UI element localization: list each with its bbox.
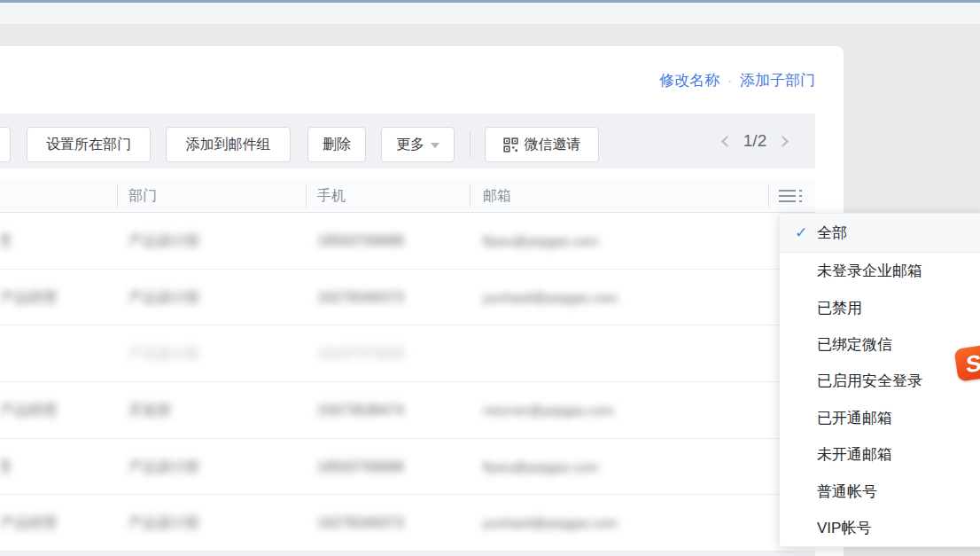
member-department-cell: 产品设计部: [128, 325, 306, 381]
checkmark-icon: ✓: [795, 223, 807, 242]
member-email-cell: yunhaoli@yepgas.com: [483, 270, 784, 325]
member-email-cell: flywu@yepgas.com: [483, 213, 784, 269]
member-name-cell: [0, 325, 120, 381]
member-department-cell: 产品设计部: [128, 495, 306, 551]
filter-menu-item-label: 已禁用: [817, 298, 862, 318]
member-mobile-cell: 16167373629: [317, 325, 477, 381]
member-name-cell: 产品经理: [0, 270, 120, 325]
prev-page-icon[interactable]: [721, 136, 733, 147]
filter-menu-item[interactable]: ✓ 未登录企业邮箱: [780, 253, 980, 289]
member-email-cell: mturner@yepgas.com: [483, 382, 784, 438]
column-divider: [117, 184, 118, 208]
members-table-body: 产品经理 产品设计部 18563769688 flywu@yepgas.com …: [0, 213, 815, 552]
member-department-cell: 产品设计部: [128, 270, 306, 325]
member-name-cell: 产品经理: [0, 382, 120, 438]
filter-menu-item-label: 已开通邮箱: [817, 408, 892, 428]
column-header-department: 部门: [128, 179, 157, 213]
filter-menu-item-label: 未登录企业邮箱: [817, 261, 922, 281]
column-divider: [306, 184, 307, 208]
member-name-cell: 产品经理: [0, 213, 120, 269]
member-name-cell: 产品经理: [0, 495, 120, 551]
chevron-down-icon: [431, 143, 439, 148]
table-row[interactable]: 产品经理 产品设计部 16278349373 yunhaoli@yepgas.c…: [0, 270, 815, 326]
page-indicator: 1/2: [743, 131, 766, 151]
delete-button[interactable]: 删除: [307, 127, 366, 162]
table-row[interactable]: 产品设计部 16167373629: [0, 325, 815, 382]
table-row[interactable]: 产品经理 开发部 15673638474 mturner@yepgas.com: [0, 382, 815, 439]
dot-separator: ·: [727, 73, 732, 88]
wechat-invite-button[interactable]: 微信邀请: [485, 127, 599, 162]
toolbar-divider: [470, 131, 471, 158]
toolbar-button-clipped[interactable]: [0, 127, 11, 162]
member-mobile-cell: 16278349373: [317, 270, 477, 325]
member-email-cell: [483, 325, 784, 381]
sogou-s-letter: S: [966, 350, 980, 375]
member-mobile-cell: 18563769688: [317, 439, 477, 495]
column-header-email: 邮箱: [483, 179, 511, 213]
set-department-button[interactable]: 设置所在部门: [27, 127, 151, 162]
filter-menu-item-label: 已绑定微信: [817, 334, 892, 355]
qr-code-icon: [503, 137, 518, 153]
members-toolbar: 设置所在部门 添加到邮件组 删除 更多: [0, 114, 815, 168]
filter-menu-item-label: VIP帐号: [817, 518, 871, 538]
add-to-mail-group-button[interactable]: 添加到邮件组: [166, 127, 291, 162]
more-button[interactable]: 更多: [381, 127, 455, 162]
member-email-cell: flywu@yepgas.com: [483, 439, 784, 495]
filter-menu-item[interactable]: ✓ 已禁用: [780, 289, 980, 325]
members-panel: 修改名称 · 添加子部门 设置所在部门 添加到邮件组 删除 更多: [0, 46, 844, 556]
add-sub-department-link[interactable]: 添加子部门: [740, 70, 815, 90]
filter-menu-item[interactable]: ✓ 已启用安全登录: [780, 363, 980, 399]
filter-menu-item[interactable]: ✓ 已开通邮箱: [780, 400, 980, 436]
filter-menu-item-label: 普通帐号: [817, 482, 877, 502]
member-name-cell: 产品经理: [0, 439, 120, 495]
wechat-invite-label: 微信邀请: [525, 136, 581, 154]
filter-menu-item[interactable]: ✓ 已绑定微信: [780, 326, 980, 363]
sogou-input-badge[interactable]: S: [954, 344, 980, 381]
member-department-cell: 开发部: [128, 382, 306, 438]
column-divider: [470, 184, 471, 208]
members-table-header: 部门 手机 邮箱: [0, 179, 815, 213]
next-page-icon[interactable]: [777, 136, 789, 147]
member-department-cell: 产品设计部: [128, 439, 306, 495]
filter-menu-item[interactable]: ✓ 全部: [780, 214, 980, 253]
filter-menu-item-label: 全部: [817, 223, 847, 243]
filter-menu-item-label: 已启用安全登录: [817, 371, 922, 391]
browser-chrome-strip: [0, 3, 980, 24]
filter-menu-item[interactable]: ✓ 未开通邮箱: [780, 436, 980, 473]
more-button-label: 更多: [396, 136, 424, 154]
member-department-cell: 产品设计部: [128, 213, 306, 269]
member-mobile-cell: 15673638474: [317, 382, 477, 438]
member-mobile-cell: 16278349373: [317, 495, 477, 551]
filter-menu-item-label: 未开通邮箱: [817, 444, 892, 465]
pagination: 1/2: [711, 114, 799, 168]
member-mobile-cell: 18563769688: [317, 213, 477, 269]
filter-list-icon[interactable]: [779, 190, 804, 202]
filter-menu-item[interactable]: ✓ 普通帐号: [780, 473, 980, 509]
table-row[interactable]: 产品经理 产品设计部 16278349373 yunhaoli@yepgas.c…: [0, 495, 815, 552]
column-header-mobile: 手机: [317, 179, 346, 213]
rename-department-link[interactable]: 修改名称: [659, 70, 719, 90]
department-actions: 修改名称 · 添加子部门: [659, 70, 815, 90]
column-divider: [768, 184, 769, 208]
account-filter-menu: ✓ 全部 ✓ 未登录企业邮箱 ✓ 已禁用 ✓ 已绑定微信 ✓ 已启用安全登录 ✓…: [779, 213, 980, 547]
footer-strip: [0, 552, 815, 556]
member-email-cell: yunhaoli@yepgas.com: [483, 495, 784, 551]
filter-menu-item[interactable]: ✓ VIP帐号: [780, 510, 980, 546]
table-row[interactable]: 产品经理 产品设计部 18563769688 flywu@yepgas.com: [0, 439, 815, 496]
table-row[interactable]: 产品经理 产品设计部 18563769688 flywu@yepgas.com: [0, 213, 815, 270]
